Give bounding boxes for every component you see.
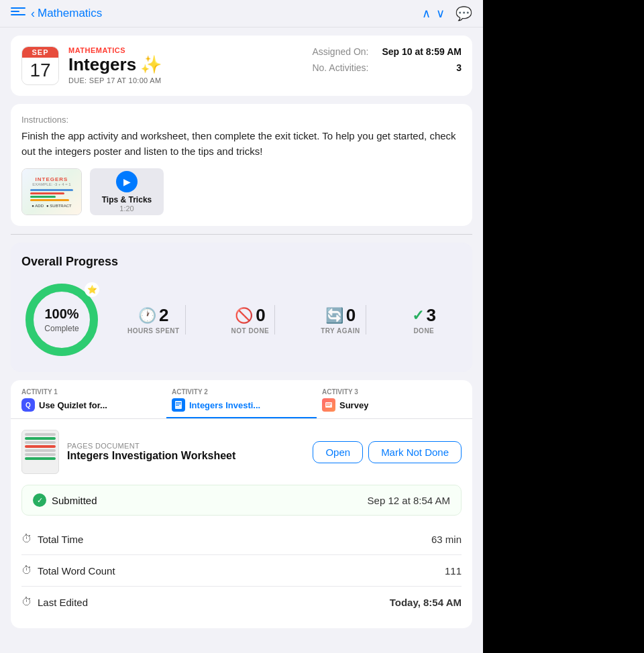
tab-activity-2[interactable]: ACTIVITY 2 Integers Investi... <box>166 380 317 418</box>
donut-percentage: 100% <box>44 306 78 322</box>
video-duration: 1:20 <box>119 204 133 213</box>
stat-tryagain-label: TRY AGAIN <box>321 327 360 335</box>
title-emoji: ✨ <box>140 54 162 75</box>
no-activities-row: No. Activities: 3 <box>312 62 462 73</box>
activities-section: ACTIVITY 1 Q Use Quizlet for... ACTIVITY… <box>11 380 472 628</box>
tab-3-header: ACTIVITY 3 <box>322 388 358 396</box>
nav-down-arrow-icon[interactable]: ∨ <box>436 6 445 21</box>
attachments: INTEGERS EXAMPLE: -3 + 4 = 1 ● ADD● SUBT… <box>21 168 462 215</box>
quizlet-icon: Q <box>21 398 35 412</box>
info-row-total-time: ⏱ Total Time 63 min <box>21 524 462 554</box>
nav-arrows: ∧ ∨ <box>422 6 445 21</box>
total-time-label: Total Time <box>38 534 83 545</box>
tryagain-icon: 🔄 <box>325 307 343 324</box>
header-left: ‹ Mathematics <box>11 7 102 21</box>
stat-done-label: DONE <box>412 327 436 335</box>
stat-notdone-label: NOT DONE <box>231 327 270 335</box>
tab-2-name: Integers Investi... <box>189 400 260 410</box>
tab-2-num: ACTIVITY 2 <box>172 388 208 396</box>
svg-rect-5 <box>176 405 179 406</box>
total-time-icon: ⏱ <box>21 533 32 545</box>
doc-title: Integers Investigation Worksheet <box>67 450 305 462</box>
assignment-card: SEP 17 MATHEMATICS Integers ✨ DUE: SEP 1… <box>11 36 472 96</box>
section-divider <box>11 234 472 235</box>
document-actions: Open Mark Not Done <box>313 441 462 463</box>
assigned-on-value: Sep 10 at 8:59 AM <box>382 46 462 57</box>
thumb-line-3 <box>25 441 56 444</box>
main-panel: ‹ Mathematics ∧ ∨ 💬 SEP 17 MATHEM <box>0 0 483 653</box>
activity-tabs: ACTIVITY 1 Q Use Quizlet for... ACTIVITY… <box>11 380 472 419</box>
thumb-line-6 <box>25 453 56 456</box>
no-activities-value: 3 <box>456 62 462 73</box>
poster-title: INTEGERS <box>36 176 68 182</box>
subject-label: MATHEMATICS <box>68 46 162 54</box>
document-info: PAGES DOCUMENT Integers Investigation Wo… <box>67 442 305 462</box>
tab-activity-1[interactable]: ACTIVITY 1 Q Use Quizlet for... <box>16 380 166 418</box>
stat-done-value: ✓ 3 <box>412 305 436 326</box>
instructions-section: Instructions: Finish the app activity an… <box>11 104 472 226</box>
progress-section: Overall Progress 100% Complete ⭐ <box>11 243 472 372</box>
donut-text: 100% Complete <box>44 306 78 334</box>
calendar-icon: SEP 17 <box>21 46 59 85</box>
stat-not-done: 🚫 0 NOT DONE <box>226 305 276 335</box>
svg-rect-7 <box>326 404 331 404</box>
no-activities-label: No. Activities: <box>312 62 368 73</box>
back-button[interactable]: ‹ Mathematics <box>31 7 102 21</box>
poster-image: INTEGERS EXAMPLE: -3 + 4 = 1 ● ADD● SUBT… <box>22 169 81 215</box>
assigned-on-label: Assigned On: <box>312 46 368 57</box>
last-edited-label: Last Edited <box>38 597 88 608</box>
svg-rect-8 <box>326 405 330 406</box>
instructions-text: Finish the app activity and worksheet, t… <box>21 129 462 159</box>
stat-hours-value: 🕐 2 <box>127 305 180 326</box>
doc-type-label: PAGES DOCUMENT <box>67 442 305 450</box>
stat-done: ✓ 3 DONE <box>407 305 441 335</box>
last-edited-icon: ⏱ <box>21 596 32 608</box>
tab-activity-3[interactable]: ACTIVITY 3 Survey <box>317 380 467 418</box>
info-rows: ⏱ Total Time 63 min ⏱ Total Word Count 1… <box>21 524 462 617</box>
last-edited-left: ⏱ Last Edited <box>21 596 88 608</box>
mark-not-done-button[interactable]: Mark Not Done <box>368 441 462 463</box>
stat-tryagain-value: 🔄 0 <box>321 305 360 326</box>
word-count-label: Total Word Count <box>38 565 115 577</box>
word-count-icon: ⏱ <box>21 565 32 577</box>
header-right: ∧ ∨ 💬 <box>422 5 472 21</box>
notdone-icon: 🚫 <box>235 307 253 324</box>
instructions-label: Instructions: <box>21 115 462 125</box>
info-row-last-edited: ⏱ Last Edited Today, 8:54 AM <box>21 586 462 617</box>
sidebar-toggle-button[interactable] <box>11 7 25 19</box>
stat-hours-label: HOURS SPENT <box>127 327 180 335</box>
progress-title: Overall Progress <box>21 255 462 269</box>
back-label: Mathematics <box>38 7 102 20</box>
svg-rect-3 <box>176 402 181 403</box>
stats-grid: 🕐 2 HOURS SPENT 🚫 0 NOT DONE <box>102 305 462 335</box>
thumb-line-1 <box>25 433 56 436</box>
back-chevron-icon: ‹ <box>31 7 35 21</box>
thumb-line-2 <box>25 437 56 440</box>
right-panel <box>483 0 644 653</box>
poster-subtitle: EXAMPLE: -3 + 4 = 1 <box>32 182 70 186</box>
open-button[interactable]: Open <box>313 441 363 463</box>
comment-icon[interactable]: 💬 <box>455 5 472 21</box>
submitted-row: ✓ Submitted Sep 12 at 8:54 AM <box>21 485 462 516</box>
video-attachment[interactable]: ▶ Tips & Tricks 1:20 <box>90 168 164 215</box>
word-count-left: ⏱ Total Word Count <box>21 565 115 577</box>
nav-up-arrow-icon[interactable]: ∧ <box>422 6 431 21</box>
assigned-on-row: Assigned On: Sep 10 at 8:59 AM <box>312 46 462 57</box>
stat-try-again: 🔄 0 TRY AGAIN <box>315 305 366 335</box>
tab-1-num: ACTIVITY 1 <box>21 388 58 396</box>
thumb-line-4 <box>25 445 56 448</box>
assignment-title: Integers ✨ <box>68 54 162 75</box>
video-title: Tips & Tricks <box>102 195 152 204</box>
poster-attachment[interactable]: INTEGERS EXAMPLE: -3 + 4 = 1 ● ADD● SUBT… <box>21 168 82 215</box>
assignment-info: MATHEMATICS Integers ✨ DUE: SEP 17 AT 10… <box>68 46 162 84</box>
total-time-value: 63 min <box>431 534 462 545</box>
play-button-icon[interactable]: ▶ <box>116 171 138 192</box>
tab-2-header: ACTIVITY 2 <box>172 388 208 396</box>
total-time-left: ⏱ Total Time <box>21 533 83 545</box>
survey-icon <box>322 398 335 412</box>
calendar-day: 17 <box>22 58 58 82</box>
word-count-value: 111 <box>445 565 462 577</box>
stat-hours-spent: 🕐 2 HOURS SPENT <box>122 305 186 335</box>
submitted-label: Submitted <box>52 495 97 506</box>
tab-3-num: ACTIVITY 3 <box>322 388 358 396</box>
